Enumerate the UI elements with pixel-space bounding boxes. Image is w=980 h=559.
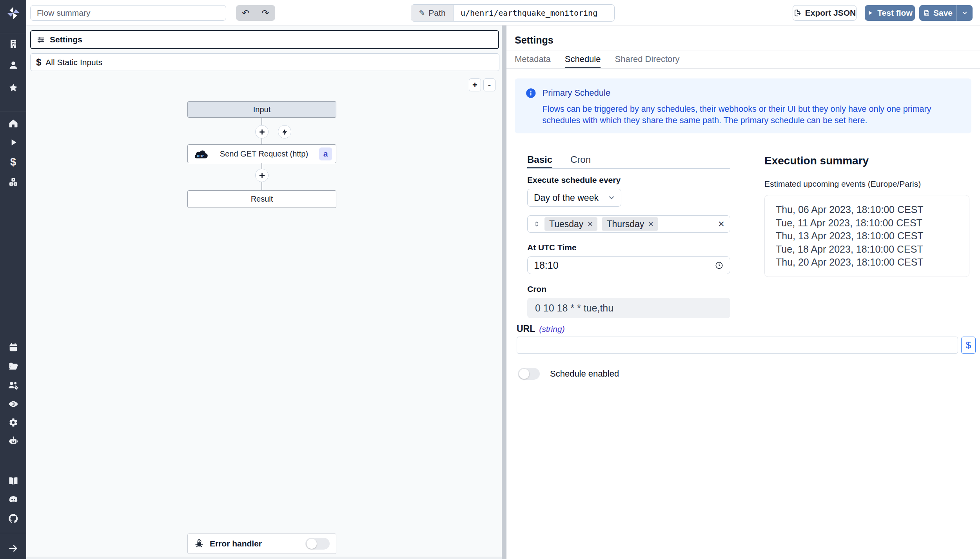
sidebar-item-runs[interactable] xyxy=(0,137,26,147)
sidebar-divider xyxy=(0,111,26,111)
flow-editor-pane: Settings $ All Static Inputs + - Input H… xyxy=(26,25,502,559)
subtab-basic[interactable]: Basic xyxy=(527,154,552,168)
add-step-button[interactable] xyxy=(255,125,269,138)
sidebar-item-discord[interactable] xyxy=(0,494,26,505)
subtab-cron[interactable]: Cron xyxy=(570,154,591,168)
remove-day-button[interactable]: × xyxy=(648,219,653,229)
error-handler-toggle[interactable] xyxy=(305,538,330,550)
tab-shared-directory[interactable]: Shared Directory xyxy=(615,51,679,68)
windmill-logo-icon xyxy=(6,5,21,20)
error-handler-node[interactable]: Error handler xyxy=(187,534,336,554)
execution-summary: Execution summary Estimated upcoming eve… xyxy=(764,155,969,277)
sidebar-item-ai[interactable] xyxy=(0,435,26,446)
save-icon xyxy=(923,9,930,16)
settings-tabs: Metadata Schedule Shared Directory xyxy=(506,51,980,69)
step-id-badge: a xyxy=(319,147,332,160)
users-gear-icon xyxy=(7,380,19,391)
sidebar-item-resources[interactable] xyxy=(0,177,26,188)
flow-settings-box[interactable]: Settings xyxy=(30,30,499,49)
save-dropdown-button[interactable] xyxy=(956,5,973,21)
tab-schedule[interactable]: Schedule xyxy=(565,51,601,68)
sidebar-item-favorites[interactable] xyxy=(0,82,26,93)
clear-days-button[interactable]: × xyxy=(718,219,724,229)
redo-button[interactable]: ↷ xyxy=(256,5,275,21)
day-pill-label: Thursday xyxy=(606,219,644,229)
info-icon xyxy=(526,88,536,98)
save-button-group: Save xyxy=(919,5,973,21)
sidebar-item-variables[interactable]: $ xyxy=(0,156,26,168)
sidebar-expand-button[interactable] xyxy=(0,543,26,554)
primary-schedule-info-box: Primary Schedule Flows can be triggered … xyxy=(515,78,971,133)
home-icon xyxy=(8,118,19,129)
error-handler-label: Error handler xyxy=(210,539,262,548)
interval-select-value: Day of the week xyxy=(534,193,599,203)
dollar-icon: $ xyxy=(36,57,41,68)
flow-node-step[interactable]: HTTP Send GET Request (http) a xyxy=(187,144,336,163)
input-node-label: Input xyxy=(253,105,270,114)
tab-metadata[interactable]: Metadata xyxy=(515,51,551,68)
toggle-knob xyxy=(307,539,317,549)
sidebar-item-github[interactable] xyxy=(0,513,26,524)
all-static-inputs-box[interactable]: $ All Static Inputs xyxy=(30,53,499,71)
info-content: Primary Schedule Flows can be triggered … xyxy=(543,88,960,124)
sidebar-item-settings[interactable] xyxy=(0,417,26,428)
schedule-form: Basic Cron Execute schedule every Day of… xyxy=(527,154,730,318)
flow-settings-label: Settings xyxy=(50,35,82,44)
building-icon xyxy=(8,38,19,49)
interval-select[interactable]: Day of the week xyxy=(527,189,621,207)
insert-variable-button[interactable]: $ xyxy=(961,337,976,354)
result-node-label: Result xyxy=(251,195,273,204)
schedule-enabled-toggle[interactable] xyxy=(518,368,540,380)
book-icon xyxy=(8,475,19,486)
remove-day-button[interactable]: × xyxy=(587,219,593,229)
calendar-icon xyxy=(8,342,19,353)
utc-time-input[interactable]: 18:10 xyxy=(527,256,730,274)
sidebar-item-logo[interactable] xyxy=(0,5,26,20)
sidebar-item-docs[interactable] xyxy=(0,475,26,486)
add-trigger-button[interactable] xyxy=(278,125,291,138)
save-button[interactable]: Save xyxy=(919,5,956,21)
chevron-down-icon xyxy=(961,9,968,16)
arrow-right-icon xyxy=(8,543,19,554)
undo-button[interactable]: ↶ xyxy=(236,5,256,21)
sidebar-item-user[interactable] xyxy=(0,60,26,71)
http-cloud-icon: HTTP xyxy=(192,149,209,159)
canvas-zoom-in-button[interactable]: + xyxy=(469,78,481,91)
save-label: Save xyxy=(933,8,953,18)
pane-resize-gutter[interactable] xyxy=(502,25,506,559)
sidebar-item-home[interactable] xyxy=(0,118,26,129)
test-flow-label: Test flow xyxy=(877,8,912,18)
event-row: Thu, 20 Apr 2023, 18:10:00 CEST xyxy=(776,256,958,269)
topbar: ↶ ↷ ✎ Path u/henri/earthquake_monitoring… xyxy=(26,0,980,25)
canvas-bottom-strip xyxy=(26,557,502,559)
canvas-zoom-out-button[interactable]: - xyxy=(483,78,495,91)
flow-node-input[interactable]: Input xyxy=(187,101,336,118)
days-multiselect[interactable]: Tuesday × Thursday × × xyxy=(527,215,730,233)
utc-time-label: At UTC Time xyxy=(527,243,730,252)
pencil-icon: ✎ xyxy=(419,9,425,18)
sidebar-item-workspace[interactable] xyxy=(0,38,26,49)
sidebar-item-audit-logs[interactable] xyxy=(0,399,26,410)
export-json-button[interactable]: Export JSON xyxy=(793,5,857,21)
test-flow-button[interactable]: Test flow xyxy=(865,5,915,21)
event-row: Thu, 13 Apr 2023, 18:10:00 CEST xyxy=(776,229,958,243)
sidebar-item-groups[interactable] xyxy=(0,380,26,391)
path-group[interactable]: ✎ Path u/henri/earthquake_monitoring xyxy=(411,4,615,22)
divider xyxy=(764,172,969,172)
schedule-subtabs: Basic Cron xyxy=(527,154,730,169)
chevron-down-icon xyxy=(608,194,615,202)
sidebar-divider xyxy=(0,533,26,533)
windmill-flow-editor: { "topbar": { "flow_summary_placeholder"… xyxy=(0,0,980,559)
sidebar-item-schedules[interactable] xyxy=(0,342,26,353)
flow-node-result[interactable]: Result xyxy=(187,190,336,208)
undo-redo-group: ↶ ↷ xyxy=(236,5,275,21)
sidebar-item-folders[interactable] xyxy=(0,361,26,372)
all-static-inputs-label: All Static Inputs xyxy=(45,58,102,67)
settings-panel-title: Settings xyxy=(515,35,554,46)
flow-summary-input[interactable] xyxy=(30,5,226,21)
url-input[interactable] xyxy=(517,337,958,354)
folder-icon xyxy=(8,361,19,372)
day-pill-label: Tuesday xyxy=(549,219,583,229)
add-step-button[interactable] xyxy=(255,169,269,182)
execute-every-label: Execute schedule every xyxy=(527,175,730,185)
